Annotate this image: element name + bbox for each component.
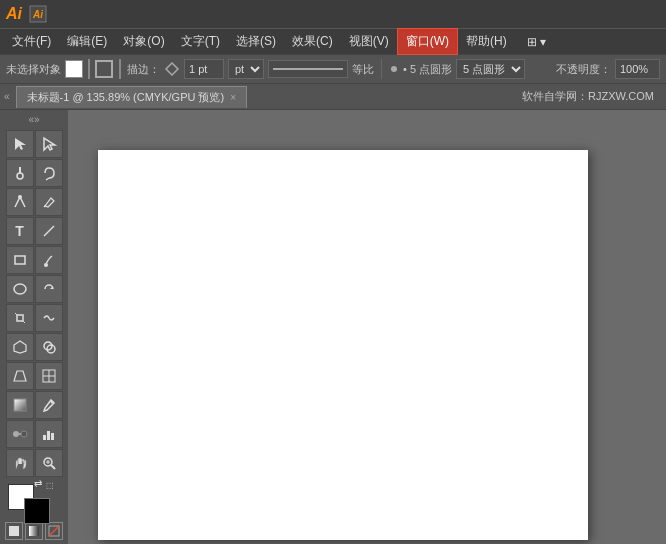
pencil-tool[interactable] [35, 188, 63, 216]
menu-view[interactable]: 视图(V) [341, 29, 397, 54]
rect-tool[interactable] [6, 246, 34, 274]
menu-effect[interactable]: 效果(C) [284, 29, 341, 54]
svg-point-14 [14, 284, 26, 294]
opacity-label: 不透明度： [556, 62, 611, 77]
svg-point-28 [21, 431, 27, 437]
tab-arrow-left[interactable]: « [4, 91, 10, 102]
svg-rect-12 [15, 256, 25, 264]
divider2 [119, 59, 121, 79]
tab-close-button[interactable]: × [230, 92, 236, 103]
menu-bar: 文件(F) 编辑(E) 对象(O) 文字(T) 选择(S) 效果(C) 视图(V… [0, 28, 666, 54]
app-icon: Ai [28, 4, 48, 24]
svg-marker-5 [44, 138, 55, 150]
shape-builder-tool[interactable] [35, 333, 63, 361]
svg-point-9 [18, 195, 22, 199]
svg-marker-4 [15, 138, 26, 150]
lasso-tool[interactable] [35, 159, 63, 187]
svg-line-18 [23, 321, 25, 323]
no-selection-label: 未选择对象 [6, 62, 61, 77]
color-mode-gradient[interactable] [25, 522, 43, 540]
tool-row-6 [2, 275, 66, 303]
tool-row-4: T [2, 217, 66, 245]
paint-brush-tool[interactable] [35, 246, 63, 274]
color-mode-solid[interactable] [5, 522, 23, 540]
bullet-icon [389, 64, 399, 74]
menu-help[interactable]: 帮助(H) [458, 29, 515, 54]
svg-rect-25 [14, 399, 26, 411]
points-select[interactable]: 5 点圆形 [456, 59, 525, 79]
svg-point-7 [17, 173, 23, 179]
rotate-tool[interactable] [35, 275, 63, 303]
divider3 [381, 59, 382, 79]
gradient-tool[interactable] [6, 391, 34, 419]
svg-text:Ai: Ai [32, 9, 43, 20]
menu-select[interactable]: 选择(S) [228, 29, 284, 54]
stroke-unit-select[interactable]: pt [228, 59, 264, 79]
magic-wand-tool[interactable] [6, 159, 34, 187]
svg-point-27 [13, 431, 19, 437]
svg-point-3 [391, 66, 397, 72]
svg-rect-30 [43, 435, 46, 440]
type-tool[interactable]: T [6, 217, 34, 245]
tool-row-10 [2, 391, 66, 419]
swap-colors-icon[interactable]: ⇄ [34, 478, 42, 489]
svg-rect-38 [29, 526, 39, 536]
artboard [98, 150, 588, 540]
opacity-input[interactable] [615, 59, 660, 79]
svg-line-17 [15, 313, 17, 315]
stroke-color-box[interactable] [95, 60, 113, 78]
menu-window[interactable]: 窗口(W) [397, 28, 458, 55]
chart-tool[interactable] [35, 420, 63, 448]
free-transform-tool[interactable] [6, 333, 34, 361]
menu-text[interactable]: 文字(T) [173, 29, 228, 54]
canvas-area[interactable] [68, 110, 666, 544]
tool-row-5 [2, 246, 66, 274]
color-mode-area [5, 522, 63, 540]
blend-tool[interactable] [6, 420, 34, 448]
warp-tool[interactable] [35, 304, 63, 332]
scale-tool[interactable] [6, 304, 34, 332]
tab-bar: « 未标题-1 @ 135.89% (CMYK/GPU 预览) × 软件自学网：… [0, 84, 666, 110]
menu-file[interactable]: 文件(F) [4, 29, 59, 54]
line-style-preview[interactable] [268, 60, 348, 78]
color-swatch-area: ⬚ ⇄ [6, 484, 62, 519]
direct-select-tool[interactable] [35, 130, 63, 158]
options-right: 不透明度： [556, 59, 660, 79]
svg-rect-37 [9, 526, 19, 536]
ai-logo: Ai [6, 6, 22, 22]
perspective-tool[interactable] [6, 362, 34, 390]
mesh-tool[interactable] [35, 362, 63, 390]
menu-edit[interactable]: 编辑(E) [59, 29, 115, 54]
workspace-switcher[interactable]: ⊞ ▾ [519, 31, 554, 53]
pen-tool[interactable] [6, 188, 34, 216]
reset-colors-icon[interactable]: ⬚ [46, 481, 54, 490]
svg-rect-31 [47, 431, 50, 440]
stroke-label: 描边： [127, 62, 160, 77]
eyedropper-tool[interactable] [35, 391, 63, 419]
toolbox: «» [0, 110, 68, 544]
select-tool[interactable] [6, 130, 34, 158]
svg-rect-16 [17, 315, 23, 321]
fill-color-box[interactable] [65, 60, 83, 78]
tab-right-label: 软件自学网：RJZXW.COM [522, 89, 662, 104]
menu-object[interactable]: 对象(O) [115, 29, 172, 54]
stroke-value-input[interactable] [184, 59, 224, 79]
toolbox-toggle[interactable]: «» [28, 114, 40, 125]
svg-line-8 [46, 178, 49, 180]
color-mode-none[interactable] [45, 522, 63, 540]
tool-row-2 [2, 159, 66, 187]
points-label: • 5 点圆形 [403, 62, 452, 77]
title-bar: Ai Ai [0, 0, 666, 28]
line-tool[interactable] [35, 217, 63, 245]
document-tab[interactable]: 未标题-1 @ 135.89% (CMYK/GPU 预览) × [16, 86, 247, 108]
hand-tool[interactable] [6, 449, 34, 477]
svg-marker-21 [14, 371, 26, 381]
zoom-tool[interactable] [35, 449, 63, 477]
line-inner [273, 68, 343, 70]
grid-icon: ⊞ [527, 35, 537, 49]
equal-label: 等比 [352, 62, 374, 77]
background-swatch[interactable] [24, 498, 50, 524]
divider1 [88, 59, 90, 79]
ellipse-tool[interactable] [6, 275, 34, 303]
svg-line-40 [49, 526, 59, 536]
